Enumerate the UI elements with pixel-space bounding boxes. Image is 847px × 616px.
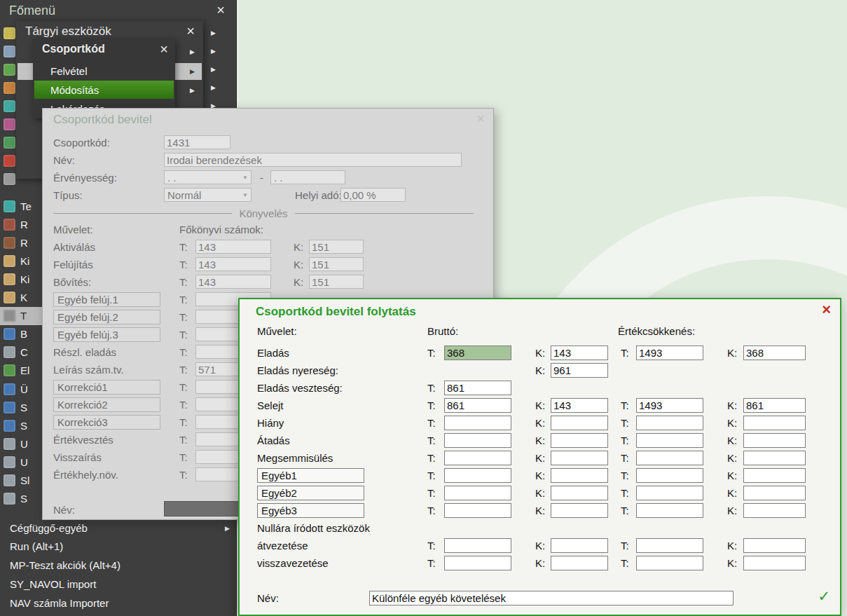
tipus-select[interactable]: Normál ▼ [164,188,252,202]
input-hiany-ecs-t[interactable] [636,416,703,430]
input-egyeb1-ecs-t[interactable] [636,468,703,483]
input-atadas-ecs-k[interactable] [743,433,806,448]
csoportkod-input[interactable] [164,135,230,149]
input-eladas-brutto-k[interactable] [551,345,608,360]
row-label-atvezetese: átvezetése [257,538,308,553]
row-label-bovites: Bővítés: [53,275,91,289]
input-egyeb3-ecs-t[interactable] [636,503,703,518]
input-egyeb2-brutto-k[interactable] [551,486,608,500]
input-atadas-brutto-t[interactable] [444,433,511,448]
menu-item-nav-szamla-importer[interactable]: NAV számla Importer [0,594,236,612]
fomenu-title: Főmenü [9,4,55,18]
row-label-eladas: Eladás [257,345,289,360]
input-egyeb1-ecs-k[interactable] [743,468,806,483]
ervenyesseg-from-select[interactable]: . . ▼ [164,170,252,184]
menu-item-icon [4,173,15,185]
input-eladas-nyereseg-brutto-k[interactable] [551,363,608,378]
nev-input[interactable] [164,153,462,167]
input-felujitas-t[interactable] [195,257,271,271]
input-atvezetese-ecs-t[interactable] [636,538,703,553]
ervenyesseg-to-value: . . [274,172,283,184]
input-egyeb2-ecs-t[interactable] [636,486,703,500]
input-visszavezetese-brutto-k[interactable] [551,556,608,570]
field-label-egyeb-feluj-2[interactable]: Egyéb felúj.2 [53,310,160,324]
input-visszavezetese-ecs-t[interactable] [636,556,703,570]
helyi-ado-input[interactable] [340,188,406,202]
field-label-egyeb2[interactable]: Egyéb2 [257,486,364,500]
t-label: T: [179,362,188,377]
menu-item-label: Cégfüggő-egyéb [10,522,88,534]
ervenyesseg-to-select[interactable]: . . [270,170,345,184]
input-selejt-ecs-k[interactable] [743,398,806,413]
close-icon[interactable]: × [476,111,485,126]
input-visszavezetese-brutto-t[interactable] [444,556,511,570]
input-aktivalas-k[interactable] [309,240,364,254]
menu-item-label: NAV számla Importer [10,597,109,609]
t-label: T: [621,451,629,465]
menu-item-icon [4,200,15,212]
field-label-egyeb3[interactable]: Egyéb3 [257,503,364,518]
menu-item-modositas[interactable]: Módosítás [34,81,174,99]
input-atadas-ecs-t[interactable] [636,433,703,448]
input-megsemmisules-ecs-t[interactable] [636,451,703,465]
input-atvezetese-ecs-k[interactable] [743,538,806,553]
csoportkod-label: Csoportkód: [53,135,110,150]
close-icon[interactable]: × [822,301,831,318]
menu-item-run-alt-1[interactable]: Run (Alt+1) [0,538,236,556]
input-megsemmisules-brutto-t[interactable] [444,451,511,465]
input-eladas-ecs-t[interactable] [636,345,703,360]
input-atvezetese-brutto-t[interactable] [444,538,511,553]
field-label-korrekcio2[interactable]: Korrekció2 [53,397,160,412]
sidebar-item-label: El [20,364,29,376]
input-visszavezetese-ecs-k[interactable] [743,556,806,570]
row-label-megsemmisules: Megsemmisülés [257,451,333,465]
input-egyeb3-ecs-k[interactable] [743,503,806,518]
input-egyeb1-brutto-k[interactable] [551,468,608,483]
input-egyeb3-brutto-t[interactable] [444,503,511,518]
input-selejt-brutto-t[interactable] [444,398,511,413]
k-label: K: [294,257,303,272]
helyi-ado-label: Helyi adó: [295,188,342,203]
k-label: K: [727,398,737,413]
input-megsemmisules-ecs-k[interactable] [743,451,806,465]
input-selejt-ecs-t[interactable] [636,398,703,413]
input-megsemmisules-brutto-k[interactable] [551,451,608,465]
field-label-korrekcio3[interactable]: Korrekció3 [53,415,160,430]
csoportkod-menu-close-icon[interactable]: × [160,41,168,57]
sidebar-item-label: U [20,438,28,450]
input-bovites-t[interactable] [195,275,271,289]
input-egyeb3-brutto-k[interactable] [551,503,608,518]
input-eladas-veszteseg-brutto-t[interactable] [444,381,511,395]
field-label-korrekcio1[interactable]: Korrekció1 [53,380,160,395]
input-atadas-brutto-k[interactable] [551,433,608,448]
t-label: T: [621,538,629,553]
targyi-close-icon[interactable]: × [186,23,195,39]
input-selejt-brutto-k[interactable] [551,398,608,413]
confirm-check-icon[interactable]: ✓ [818,588,830,605]
menu-item-mp-teszt-akciok-alt-4[interactable]: MP-Teszt akciók (Alt+4) [0,556,236,575]
input-hiany-ecs-k[interactable] [743,416,806,430]
input-hiany-brutto-k[interactable] [551,416,608,430]
input-bovites-k[interactable] [309,275,364,289]
input-hiany-brutto-t[interactable] [444,416,511,430]
menu-item-sy-navol-import[interactable]: SY_NAVOL import [0,575,236,593]
input-felujitas-k[interactable] [309,257,364,271]
input-atvezetese-brutto-k[interactable] [551,538,608,553]
menu-item-cegfuggo-egyeb[interactable]: Cégfüggő-egyéb▶ [0,519,236,537]
input-egyeb2-brutto-t[interactable] [444,486,511,500]
input-eladas-brutto-t[interactable] [444,345,511,360]
input-egyeb2-ecs-k[interactable] [743,486,806,500]
field-label-egyeb-feluj-1[interactable]: Egyéb felúj.1 [53,292,160,307]
k-label: K: [535,556,545,570]
field-label-egyeb1[interactable]: Egyéb1 [257,468,364,483]
input-eladas-ecs-k[interactable] [743,345,806,360]
input-egyeb1-brutto-t[interactable] [444,468,511,483]
menu-item-felvetel[interactable]: Felvétel [34,62,174,80]
row-label-reszl-eladas: Részl. eladás [53,345,116,360]
field-label-egyeb-feluj-3[interactable]: Egyéb felúj.3 [53,327,160,342]
menu-item-icon [4,64,15,76]
nev-input[interactable] [369,591,734,605]
fomenu-close-icon[interactable]: × [216,2,225,18]
input-aktivalas-t[interactable] [195,240,271,254]
row-label-visszavezetese: visszavezetése [257,556,329,570]
